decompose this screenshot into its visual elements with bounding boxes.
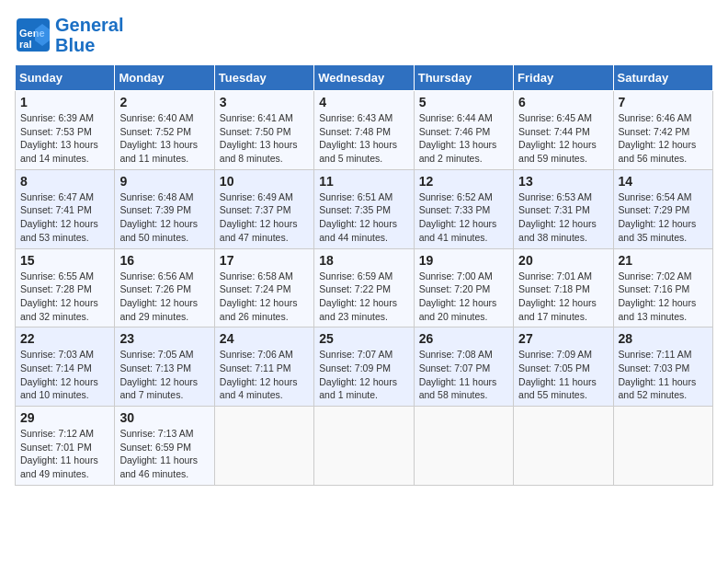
cell-info: Sunrise: 7:06 AMSunset: 7:11 PMDaylight:… bbox=[220, 348, 309, 402]
svg-text:ral: ral bbox=[19, 39, 31, 50]
cell-info: Sunrise: 6:53 AMSunset: 7:31 PMDaylight:… bbox=[518, 190, 608, 245]
calendar-cell: 24Sunrise: 7:06 AMSunset: 7:11 PMDayligh… bbox=[214, 327, 313, 407]
calendar-cell: 9Sunrise: 6:48 AMSunset: 7:39 PMDaylight… bbox=[115, 169, 214, 248]
calendar-body: 1Sunrise: 6:39 AMSunset: 7:53 PMDaylight… bbox=[16, 91, 713, 486]
calendar-cell: 26Sunrise: 7:08 AMSunset: 7:07 PMDayligh… bbox=[414, 327, 513, 407]
day-number: 20 bbox=[518, 253, 608, 268]
calendar-week-1: 1Sunrise: 6:39 AMSunset: 7:53 PMDaylight… bbox=[16, 91, 713, 170]
day-header-saturday: Saturday bbox=[613, 65, 712, 91]
day-number: 29 bbox=[20, 410, 109, 425]
calendar-cell: 30Sunrise: 7:13 AMSunset: 6:59 PMDayligh… bbox=[115, 407, 214, 486]
day-number: 14 bbox=[619, 174, 708, 189]
day-number: 15 bbox=[20, 253, 109, 268]
calendar-cell: 19Sunrise: 7:00 AMSunset: 7:20 PMDayligh… bbox=[414, 248, 513, 327]
day-number: 22 bbox=[20, 331, 109, 346]
cell-info: Sunrise: 6:49 AMSunset: 7:37 PMDaylight:… bbox=[220, 190, 309, 245]
calendar-week-4: 22Sunrise: 7:03 AMSunset: 7:14 PMDayligh… bbox=[16, 327, 713, 407]
day-number: 11 bbox=[319, 174, 408, 189]
calendar-cell: 21Sunrise: 7:02 AMSunset: 7:16 PMDayligh… bbox=[613, 248, 712, 327]
cell-info: Sunrise: 6:47 AMSunset: 7:41 PMDaylight:… bbox=[20, 190, 109, 245]
calendar-cell bbox=[414, 407, 513, 486]
day-number: 4 bbox=[319, 95, 408, 109]
cell-info: Sunrise: 6:55 AMSunset: 7:28 PMDaylight:… bbox=[20, 270, 109, 324]
cell-info: Sunrise: 7:01 AMSunset: 7:18 PMDaylight:… bbox=[518, 270, 608, 324]
calendar-cell: 6Sunrise: 6:45 AMSunset: 7:44 PMDaylight… bbox=[514, 91, 613, 170]
calendar-cell bbox=[514, 407, 613, 486]
day-header-friday: Friday bbox=[514, 65, 613, 91]
logo-text-line2: Blue bbox=[55, 35, 123, 55]
cell-info: Sunrise: 7:09 AMSunset: 7:05 PMDaylight:… bbox=[518, 348, 608, 402]
cell-info: Sunrise: 6:59 AMSunset: 7:22 PMDaylight:… bbox=[319, 270, 408, 324]
calendar-cell: 10Sunrise: 6:49 AMSunset: 7:37 PMDayligh… bbox=[214, 169, 313, 248]
calendar-cell: 17Sunrise: 6:58 AMSunset: 7:24 PMDayligh… bbox=[214, 248, 313, 327]
calendar-cell: 3Sunrise: 6:41 AMSunset: 7:50 PMDaylight… bbox=[214, 91, 313, 170]
day-number: 24 bbox=[220, 331, 309, 346]
cell-info: Sunrise: 6:56 AMSunset: 7:26 PMDaylight:… bbox=[119, 270, 209, 324]
calendar-cell bbox=[613, 407, 712, 486]
day-number: 6 bbox=[518, 95, 608, 109]
calendar-cell: 25Sunrise: 7:07 AMSunset: 7:09 PMDayligh… bbox=[314, 327, 414, 407]
day-header-sunday: Sunday bbox=[16, 65, 115, 91]
calendar-cell: 8Sunrise: 6:47 AMSunset: 7:41 PMDaylight… bbox=[16, 169, 115, 248]
calendar-cell: 2Sunrise: 6:40 AMSunset: 7:52 PMDaylight… bbox=[115, 91, 214, 170]
day-header-wednesday: Wednesday bbox=[314, 65, 414, 91]
calendar-header: SundayMondayTuesdayWednesdayThursdayFrid… bbox=[16, 65, 713, 91]
day-number: 25 bbox=[319, 331, 408, 346]
cell-info: Sunrise: 6:51 AMSunset: 7:35 PMDaylight:… bbox=[319, 190, 408, 245]
cell-info: Sunrise: 6:45 AMSunset: 7:44 PMDaylight:… bbox=[518, 111, 608, 166]
cell-info: Sunrise: 7:11 AMSunset: 7:03 PMDaylight:… bbox=[619, 348, 708, 402]
day-number: 10 bbox=[220, 174, 309, 189]
cell-info: Sunrise: 6:39 AMSunset: 7:53 PMDaylight:… bbox=[20, 111, 109, 166]
cell-info: Sunrise: 6:52 AMSunset: 7:33 PMDaylight:… bbox=[419, 190, 508, 245]
day-number: 8 bbox=[20, 174, 109, 189]
calendar-cell: 28Sunrise: 7:11 AMSunset: 7:03 PMDayligh… bbox=[613, 327, 712, 407]
cell-info: Sunrise: 7:07 AMSunset: 7:09 PMDaylight:… bbox=[319, 348, 408, 402]
logo-icon: Gene ral bbox=[15, 17, 51, 53]
days-of-week-row: SundayMondayTuesdayWednesdayThursdayFrid… bbox=[16, 65, 713, 91]
cell-info: Sunrise: 6:58 AMSunset: 7:24 PMDaylight:… bbox=[220, 270, 309, 324]
calendar-table: SundayMondayTuesdayWednesdayThursdayFrid… bbox=[15, 64, 713, 486]
cell-info: Sunrise: 6:46 AMSunset: 7:42 PMDaylight:… bbox=[619, 111, 708, 166]
cell-info: Sunrise: 6:54 AMSunset: 7:29 PMDaylight:… bbox=[619, 190, 708, 245]
calendar-cell: 5Sunrise: 6:44 AMSunset: 7:46 PMDaylight… bbox=[414, 91, 513, 170]
cell-info: Sunrise: 7:08 AMSunset: 7:07 PMDaylight:… bbox=[419, 348, 508, 402]
calendar-cell: 12Sunrise: 6:52 AMSunset: 7:33 PMDayligh… bbox=[414, 169, 513, 248]
day-number: 13 bbox=[518, 174, 608, 189]
calendar-cell: 23Sunrise: 7:05 AMSunset: 7:13 PMDayligh… bbox=[115, 327, 214, 407]
day-number: 18 bbox=[319, 253, 408, 268]
calendar-cell: 15Sunrise: 6:55 AMSunset: 7:28 PMDayligh… bbox=[16, 248, 115, 327]
day-number: 23 bbox=[119, 331, 209, 346]
day-number: 7 bbox=[619, 95, 708, 109]
day-header-monday: Monday bbox=[115, 65, 214, 91]
logo: Gene ral General Blue bbox=[15, 15, 123, 55]
calendar-cell: 27Sunrise: 7:09 AMSunset: 7:05 PMDayligh… bbox=[514, 327, 613, 407]
cell-info: Sunrise: 7:02 AMSunset: 7:16 PMDaylight:… bbox=[619, 270, 708, 324]
cell-info: Sunrise: 7:13 AMSunset: 6:59 PMDaylight:… bbox=[119, 427, 209, 481]
cell-info: Sunrise: 7:12 AMSunset: 7:01 PMDaylight:… bbox=[20, 427, 109, 481]
calendar-cell: 20Sunrise: 7:01 AMSunset: 7:18 PMDayligh… bbox=[514, 248, 613, 327]
day-header-tuesday: Tuesday bbox=[214, 65, 313, 91]
calendar-week-5: 29Sunrise: 7:12 AMSunset: 7:01 PMDayligh… bbox=[16, 407, 713, 486]
page-header: Gene ral General Blue bbox=[15, 15, 713, 55]
day-header-thursday: Thursday bbox=[414, 65, 513, 91]
day-number: 2 bbox=[119, 95, 209, 109]
calendar-cell: 29Sunrise: 7:12 AMSunset: 7:01 PMDayligh… bbox=[16, 407, 115, 486]
cell-info: Sunrise: 6:41 AMSunset: 7:50 PMDaylight:… bbox=[220, 111, 309, 166]
calendar-week-3: 15Sunrise: 6:55 AMSunset: 7:28 PMDayligh… bbox=[16, 248, 713, 327]
calendar-cell: 4Sunrise: 6:43 AMSunset: 7:48 PMDaylight… bbox=[314, 91, 414, 170]
calendar-cell: 1Sunrise: 6:39 AMSunset: 7:53 PMDaylight… bbox=[16, 91, 115, 170]
calendar-cell bbox=[314, 407, 414, 486]
day-number: 9 bbox=[119, 174, 209, 189]
calendar-cell: 11Sunrise: 6:51 AMSunset: 7:35 PMDayligh… bbox=[314, 169, 414, 248]
day-number: 16 bbox=[119, 253, 209, 268]
day-number: 26 bbox=[419, 331, 508, 346]
cell-info: Sunrise: 6:40 AMSunset: 7:52 PMDaylight:… bbox=[119, 111, 209, 166]
calendar-week-2: 8Sunrise: 6:47 AMSunset: 7:41 PMDaylight… bbox=[16, 169, 713, 248]
cell-info: Sunrise: 7:00 AMSunset: 7:20 PMDaylight:… bbox=[419, 270, 508, 324]
day-number: 21 bbox=[619, 253, 708, 268]
cell-info: Sunrise: 6:43 AMSunset: 7:48 PMDaylight:… bbox=[319, 111, 408, 166]
day-number: 5 bbox=[419, 95, 508, 109]
cell-info: Sunrise: 6:44 AMSunset: 7:46 PMDaylight:… bbox=[419, 111, 508, 166]
day-number: 3 bbox=[220, 95, 309, 109]
day-number: 17 bbox=[220, 253, 309, 268]
